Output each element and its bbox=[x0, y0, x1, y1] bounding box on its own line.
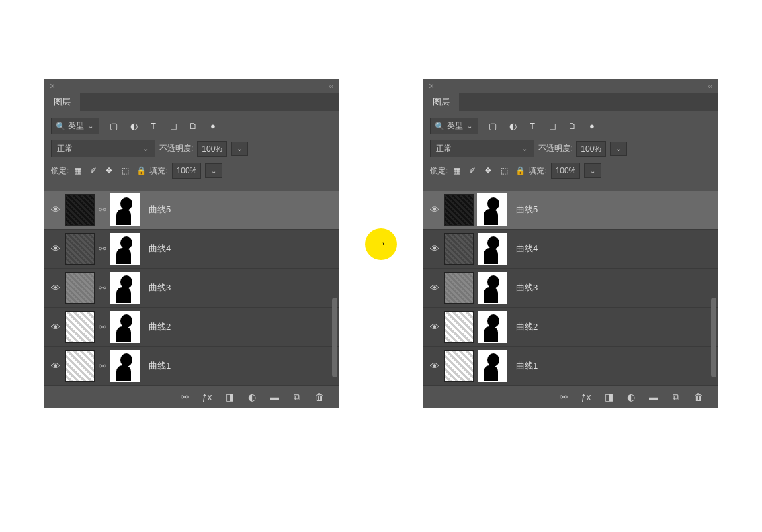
layer-thumbnail[interactable] bbox=[65, 272, 95, 304]
link-icon[interactable]: ⚯ bbox=[99, 361, 106, 371]
move-icon[interactable]: ✥ bbox=[484, 166, 493, 175]
layer-mask-thumbnail[interactable] bbox=[478, 350, 507, 382]
visibility-icon[interactable]: 👁 bbox=[50, 283, 62, 293]
layer-thumbnail[interactable] bbox=[65, 350, 95, 382]
link-icon[interactable]: ⚯ bbox=[99, 204, 106, 215]
layer-name[interactable]: 曲线2 bbox=[516, 321, 538, 333]
layer-name[interactable]: 曲线4 bbox=[516, 243, 538, 255]
visibility-icon[interactable]: 👁 bbox=[429, 322, 441, 332]
adjustment-layer-icon[interactable]: ◐ bbox=[246, 391, 258, 403]
layer-mask-thumbnail[interactable] bbox=[478, 194, 507, 226]
new-layer-icon[interactable]: ⧉ bbox=[670, 391, 682, 403]
trash-icon[interactable]: 🗑 bbox=[314, 391, 325, 403]
link-icon[interactable]: ⚯ bbox=[99, 244, 106, 254]
image-icon[interactable]: ▢ bbox=[108, 122, 119, 131]
layer-name[interactable]: 曲线3 bbox=[516, 282, 538, 294]
adjustment-layer-icon[interactable]: ◐ bbox=[625, 391, 637, 403]
layer-mask-thumbnail[interactable] bbox=[110, 194, 140, 226]
layer-name[interactable]: 曲线5 bbox=[516, 204, 538, 216]
smartobject-icon[interactable]: 🗋 bbox=[188, 122, 198, 131]
visibility-icon[interactable]: 👁 bbox=[50, 244, 62, 254]
layer-name[interactable]: 曲线1 bbox=[149, 360, 171, 372]
layer-row[interactable]: 👁⚯曲线2 bbox=[44, 308, 339, 347]
layer-mask-thumbnail[interactable] bbox=[110, 311, 140, 343]
layer-thumbnail[interactable] bbox=[65, 311, 95, 343]
filter-type-dropdown[interactable]: 🔍类型 bbox=[51, 118, 99, 134]
close-icon[interactable]: × bbox=[50, 81, 55, 91]
layer-thumbnail[interactable] bbox=[444, 233, 474, 265]
collapse-icon[interactable]: ‹‹ bbox=[708, 83, 712, 90]
link-icon[interactable]: ⚯ bbox=[99, 283, 106, 293]
scrollbar[interactable] bbox=[332, 298, 337, 377]
panel-tab[interactable]: 图层 bbox=[44, 92, 80, 112]
layer-row[interactable]: 👁⚯曲线1 bbox=[44, 347, 339, 386]
panel-menu-icon[interactable] bbox=[702, 99, 711, 105]
layer-row[interactable]: 👁曲线2 bbox=[423, 308, 718, 347]
brush-icon[interactable]: ✐ bbox=[468, 166, 477, 175]
fill-dropdown[interactable] bbox=[584, 163, 601, 178]
filter-type-dropdown[interactable]: 🔍类型 bbox=[430, 118, 478, 134]
visibility-icon[interactable]: 👁 bbox=[50, 204, 62, 215]
layer-row[interactable]: 👁曲线5 bbox=[423, 191, 718, 230]
visibility-icon[interactable]: 👁 bbox=[50, 361, 62, 371]
layer-mask-thumbnail[interactable] bbox=[478, 311, 507, 343]
visibility-icon[interactable]: 👁 bbox=[429, 244, 441, 254]
link-icon[interactable]: ⚯ bbox=[558, 391, 570, 403]
layer-thumbnail[interactable] bbox=[444, 272, 474, 304]
layer-name[interactable]: 曲线1 bbox=[516, 360, 538, 372]
panel-menu-icon[interactable] bbox=[323, 99, 332, 105]
fill-input[interactable]: 100% bbox=[172, 163, 202, 179]
layer-row[interactable]: 👁曲线1 bbox=[423, 347, 718, 386]
scrollbar[interactable] bbox=[711, 298, 716, 377]
layer-name[interactable]: 曲线2 bbox=[149, 321, 171, 333]
layer-name[interactable]: 曲线5 bbox=[149, 204, 171, 216]
blend-mode-dropdown[interactable]: 正常 bbox=[430, 140, 534, 157]
layer-mask-thumbnail[interactable] bbox=[478, 233, 507, 265]
artboard-lock-icon[interactable]: ⬚ bbox=[120, 166, 130, 175]
layer-row[interactable]: 👁⚯曲线5 bbox=[44, 191, 339, 230]
group-icon[interactable]: ▬ bbox=[269, 391, 280, 403]
artboard-icon[interactable]: ● bbox=[587, 122, 597, 131]
mask-icon[interactable]: ◨ bbox=[603, 391, 614, 403]
transparency-icon[interactable]: ▦ bbox=[73, 166, 82, 175]
image-icon[interactable]: ▢ bbox=[487, 122, 498, 131]
visibility-icon[interactable]: 👁 bbox=[429, 204, 441, 215]
blend-mode-dropdown[interactable]: 正常 bbox=[51, 140, 155, 157]
smartobject-icon[interactable]: 🗋 bbox=[567, 122, 577, 131]
layer-mask-thumbnail[interactable] bbox=[478, 272, 507, 304]
lock-all-icon[interactable]: 🔒 bbox=[515, 166, 525, 175]
type-icon[interactable]: T bbox=[527, 122, 538, 131]
artboard-icon[interactable]: ● bbox=[208, 122, 218, 131]
new-layer-icon[interactable]: ⧉ bbox=[291, 391, 303, 403]
fill-input[interactable]: 100% bbox=[551, 163, 581, 179]
visibility-icon[interactable]: 👁 bbox=[50, 322, 62, 332]
opacity-dropdown[interactable] bbox=[231, 142, 248, 156]
layer-mask-thumbnail[interactable] bbox=[110, 233, 140, 265]
mask-icon[interactable]: ◨ bbox=[224, 391, 235, 403]
layer-name[interactable]: 曲线4 bbox=[149, 243, 171, 255]
type-icon[interactable]: T bbox=[148, 122, 159, 131]
visibility-icon[interactable]: 👁 bbox=[429, 283, 441, 293]
adjustment-icon[interactable]: ◐ bbox=[507, 122, 518, 131]
layer-mask-thumbnail[interactable] bbox=[110, 350, 140, 382]
layer-thumbnail[interactable] bbox=[444, 194, 474, 226]
layer-row[interactable]: 👁曲线3 bbox=[423, 269, 718, 308]
fx-icon[interactable]: ƒx bbox=[201, 391, 213, 403]
move-icon[interactable]: ✥ bbox=[105, 166, 114, 175]
fx-icon[interactable]: ƒx bbox=[580, 391, 592, 403]
link-icon[interactable]: ⚯ bbox=[179, 391, 190, 403]
panel-tab[interactable]: 图层 bbox=[423, 92, 459, 112]
opacity-dropdown[interactable] bbox=[610, 142, 627, 156]
layer-thumbnail[interactable] bbox=[444, 350, 474, 382]
collapse-icon[interactable]: ‹‹ bbox=[329, 83, 333, 90]
transparency-icon[interactable]: ▦ bbox=[452, 166, 461, 175]
layer-name[interactable]: 曲线3 bbox=[149, 282, 171, 294]
layer-row[interactable]: 👁⚯曲线4 bbox=[44, 230, 339, 269]
layer-thumbnail[interactable] bbox=[65, 194, 95, 226]
visibility-icon[interactable]: 👁 bbox=[429, 361, 441, 371]
artboard-lock-icon[interactable]: ⬚ bbox=[499, 166, 509, 175]
layer-row[interactable]: 👁曲线4 bbox=[423, 230, 718, 269]
close-icon[interactable]: × bbox=[429, 81, 434, 91]
opacity-input[interactable]: 100% bbox=[197, 141, 227, 157]
layer-mask-thumbnail[interactable] bbox=[110, 272, 140, 304]
